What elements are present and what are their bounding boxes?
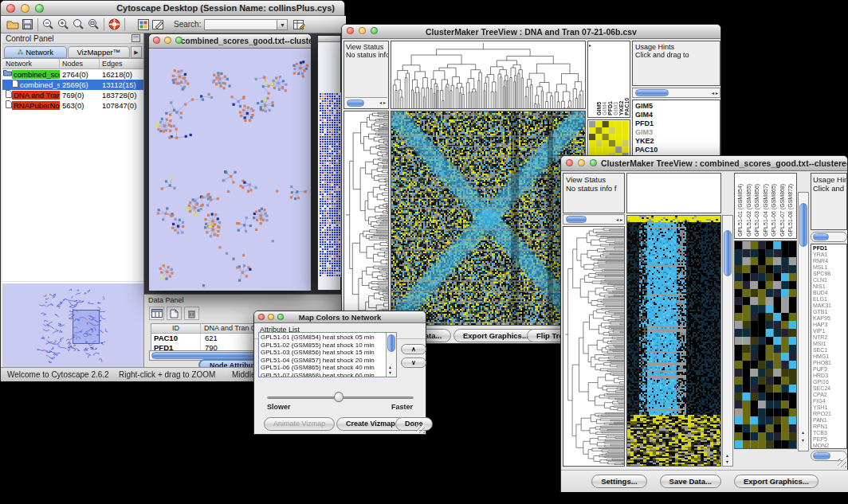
attribute-item[interactable]: GPL51-04 (GSM857) heat shock 20 min — [261, 357, 395, 365]
export-graphics-button[interactable]: Export Graphics... — [453, 329, 538, 342]
dialog-titlebar[interactable]: Map Colors to Network — [254, 311, 426, 323]
help-lifebuoy-icon[interactable] — [107, 18, 122, 31]
gene-label[interactable]: BUD4 — [813, 290, 846, 296]
background-window-titlebar[interactable] — [318, 36, 340, 42]
new-attribute-icon[interactable] — [167, 307, 182, 320]
tv2-hints-hscrollbar[interactable] — [811, 232, 847, 242]
dp-col-id[interactable]: ID — [151, 324, 201, 333]
tv2-gene-vscrollbar[interactable]: ▴ ▾ — [798, 192, 809, 451]
settings-button[interactable]: Settings... — [591, 475, 646, 488]
gene-label[interactable]: CPA2 — [813, 392, 846, 398]
scroll-down-arrow[interactable]: ▾ — [726, 459, 728, 464]
scroll-up-arrow[interactable]: ▴ — [726, 453, 728, 458]
tv2-heatmap-vscrollbar[interactable]: ▴ ▾ — [722, 215, 733, 467]
network-name-cell[interactable]: DNA and Tran 07 — [12, 91, 60, 100]
zoom-in-icon[interactable] — [56, 18, 71, 31]
tv1-status-hscroll-thumb[interactable] — [347, 100, 364, 107]
close-button[interactable] — [258, 314, 265, 320]
gene-label[interactable]: CLN1 — [813, 277, 846, 283]
attribute-item[interactable]: GPL51-03 (GSM856) heat shock 15 min — [261, 349, 395, 357]
gene-label[interactable]: FIG4 — [813, 398, 846, 404]
scroll-left-arrow[interactable]: ◂ — [712, 91, 714, 96]
column-label[interactable]: GPL51-03 (GSM856) — [754, 175, 763, 236]
animation-slider-thumb[interactable] — [334, 392, 344, 402]
gene-label[interactable]: PEP5 — [813, 436, 846, 443]
overview-viewport-rect[interactable] — [73, 310, 100, 344]
gene-label[interactable]: YSH1 — [813, 404, 846, 411]
gene-label[interactable]: RPN1 — [813, 424, 846, 430]
annotation-icon[interactable] — [151, 18, 166, 31]
attribute-browser-icon[interactable] — [292, 18, 307, 31]
delete-attribute-icon[interactable] — [184, 307, 199, 320]
attribute-item[interactable]: GPL51-01 (GSM854) heat shock 05 min — [261, 334, 395, 342]
gene-label[interactable]: GIM3 — [635, 128, 720, 137]
tv2-titlebar[interactable]: ClusterMaker TreeView : combined_scores_… — [561, 156, 847, 171]
tv2-status-hscroll-thumb[interactable] — [566, 216, 587, 223]
create-vizmap-button[interactable]: Create Vizmap — [336, 417, 405, 431]
gene-label[interactable]: RPO21 — [813, 411, 846, 417]
scroll-right-arrow[interactable]: ▸ — [716, 91, 718, 96]
tv2-gene-vscroll-thumb[interactable] — [799, 203, 807, 247]
tv2-detail-heatmap[interactable] — [734, 240, 797, 449]
gene-label[interactable]: PFD1 — [813, 245, 846, 252]
attribute-item[interactable]: GPL51-07 (GSM868) heat shock 60 min — [261, 372, 395, 377]
gene-label[interactable]: YRA1 — [813, 252, 846, 258]
attribute-table-icon[interactable] — [149, 307, 164, 320]
scroll-up-arrow[interactable]: ▴ — [802, 430, 804, 435]
attribute-list-vscrollbar[interactable]: ▴ ▾ — [386, 333, 396, 377]
scroll-right-arrow[interactable]: ▸ — [620, 217, 622, 222]
minimize-button[interactable] — [359, 27, 366, 34]
tv2-column-dendrogram[interactable] — [626, 173, 721, 213]
column-label[interactable]: YKE2 — [618, 43, 624, 115]
tv2-status-hscrollbar[interactable]: ◂▸ — [563, 214, 625, 225]
attribute-item[interactable]: GPL51-02 (GSM855) heat shock 10 min — [261, 342, 395, 350]
zoom-button[interactable] — [35, 4, 44, 13]
scroll-down-arrow[interactable]: ▾ — [389, 370, 391, 375]
tab-vizmapper[interactable]: VizMapper™ — [68, 46, 131, 58]
tv2-hints-hscroll-thumb[interactable] — [813, 233, 829, 240]
gene-label[interactable]: PAN1 — [813, 417, 846, 424]
network-table-row[interactable]: DNA and Tran 07769(0)183728(0) — [2, 90, 143, 100]
scroll-right-arrow[interactable]: ▸ — [383, 100, 386, 105]
move-up-button[interactable]: ∧ — [401, 344, 426, 354]
resize-grip[interactable] — [838, 459, 846, 467]
gene-label[interactable]: VIP1 — [813, 328, 846, 334]
gene-label[interactable]: TCB3 — [813, 430, 846, 436]
zoom-actual-icon[interactable] — [71, 18, 86, 31]
zoom-button[interactable] — [590, 159, 597, 166]
search-input[interactable] — [204, 19, 277, 30]
scroll-left-arrow[interactable]: ◂ — [379, 100, 382, 105]
tv2-row-dendrogram[interactable] — [563, 226, 625, 467]
column-label[interactable]: GIM3 — [613, 43, 618, 115]
tv2-gene-hscroll-thumb[interactable] — [813, 452, 830, 459]
tv1-heatmap[interactable] — [391, 111, 586, 326]
scroll-down-arrow[interactable]: ▾ — [802, 438, 804, 443]
column-label[interactable]: GPL51-01 (GSM854) — [737, 175, 746, 236]
gene-label[interactable]: PHO81 — [813, 360, 846, 366]
tv2-heatmap[interactable] — [626, 215, 721, 467]
minimize-button[interactable] — [164, 37, 171, 44]
gene-label[interactable]: PAC10 — [635, 146, 720, 154]
tv1-status-hscrollbar[interactable]: ◂▸ — [345, 97, 387, 107]
gene-label[interactable]: PFD1 — [635, 119, 720, 128]
zoom-button[interactable] — [277, 314, 284, 320]
col-header-network[interactable]: Network — [2, 59, 60, 68]
search-dropdown-arrow[interactable]: ▼ — [277, 19, 288, 30]
column-label[interactable]: GIM5 — [596, 43, 602, 115]
zoom-out-icon[interactable] — [41, 18, 56, 31]
column-label[interactable]: GIM4 — [602, 43, 607, 115]
zoom-button[interactable] — [175, 37, 183, 44]
network-name-cell[interactable]: combined_scores — [12, 70, 60, 79]
network-table-row[interactable]: combined_sco2569(6)13112(15) — [2, 80, 143, 90]
column-label[interactable]: GPL51-08 (GSM872) — [787, 175, 796, 236]
tv1-row-dendrogram[interactable] — [344, 111, 389, 326]
column-label[interactable]: PAC10 — [624, 43, 630, 115]
network-name-cell[interactable]: combined_sco — [18, 80, 60, 89]
col-header-edges[interactable]: Edges — [100, 59, 143, 68]
tv1-column-dendrogram[interactable] — [391, 41, 586, 109]
gene-label[interactable]: PUF3 — [813, 366, 846, 373]
minimize-button[interactable] — [268, 314, 274, 320]
gene-label[interactable]: GPI16 — [813, 379, 846, 385]
move-down-button[interactable]: ∨ — [401, 357, 426, 368]
column-label[interactable]: GPL51-07 (GSM868) — [779, 175, 788, 236]
